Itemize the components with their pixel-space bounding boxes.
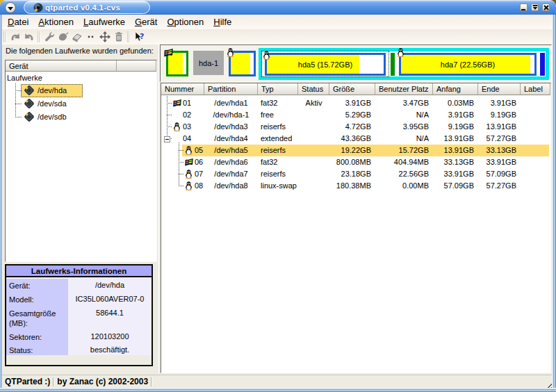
partition-row-dev-hda7[interactable]: 07/dev/hda7reiserfs23.18GB22.56GB33.91GB…: [161, 168, 550, 180]
cell-ende: 13.91GB: [478, 121, 521, 133]
cell-anfang: 13.91GB: [433, 133, 478, 145]
cell-ende: 9.19GB: [478, 109, 521, 121]
info-row-value: /dev/hda: [68, 279, 152, 293]
cell-gre: 4.72GB: [329, 121, 375, 133]
device-tree-header[interactable]: Gerät: [6, 60, 156, 72]
cell-ende: 57.09GB: [478, 168, 521, 180]
tree-item-dev-sdb[interactable]: /dev/sdb: [6, 111, 156, 124]
toolbar-wrench-button[interactable]: [42, 30, 56, 44]
cell-benutzerplatz: N/A: [375, 109, 433, 121]
cell-ende: 33.91GB: [478, 156, 521, 168]
tree-root-label: Laufwerke: [7, 74, 42, 82]
close-button[interactable]: [542, 3, 550, 11]
cell-benutzerplatz: 404.94MB: [375, 156, 433, 168]
toolbar-undo-button[interactable]: [8, 30, 22, 44]
device-tree: Gerät Laufwerke/dev/hda/dev/sda/dev/sdb: [5, 60, 157, 262]
menu-aktionen[interactable]: Aktionen: [33, 15, 79, 28]
minimize-button[interactable]: [520, 3, 528, 11]
toolbar-trash-button[interactable]: [112, 30, 126, 44]
column-header-partition[interactable]: Partition: [204, 83, 258, 95]
menu-optionen[interactable]: Optionen: [162, 15, 208, 28]
info-row: Modell:IC35L060AVER07-0: [6, 293, 152, 307]
cell-gre: 19.22GB: [329, 145, 375, 156]
cell-partition: /dev/hda1: [204, 97, 258, 109]
column-header-label[interactable]: Label: [521, 83, 550, 95]
column-header-status[interactable]: Status: [298, 83, 329, 95]
cell-benutzerplatz: 15.72GB: [375, 145, 433, 156]
info-row-value: IC35L060AVER07-0: [68, 293, 152, 307]
toolbar-eraser-button[interactable]: [70, 30, 84, 44]
minimize-icon: [521, 4, 528, 11]
cell-typ: free: [258, 109, 298, 121]
drive-info-rows: Gerät:/dev/hdaModell:IC35L060AVER07-0Ges…: [6, 279, 152, 357]
tree-root-laufwerke[interactable]: Laufwerke: [6, 73, 156, 84]
column-header-nummer[interactable]: Nummer: [161, 83, 204, 95]
toolbar-redo-button[interactable]: [22, 30, 36, 44]
menu-datei[interactable]: Datei: [3, 15, 33, 28]
tux-icon: [263, 51, 270, 60]
column-header-anfang[interactable]: Anfang: [433, 83, 478, 95]
table-branch-line: [179, 162, 184, 163]
maximize-button[interactable]: [531, 3, 539, 11]
tree-item-dev-sda[interactable]: /dev/sda: [6, 97, 156, 111]
column-header-benutzerplatz[interactable]: Benutzer Platz: [375, 83, 433, 95]
partition-block-hda5[interactable]: hda5 (15.72GB): [265, 53, 386, 76]
accel-underline: H: [213, 17, 220, 27]
statusbar: QTParted :)by Zanac (c) 2002-2003: [2, 375, 552, 388]
titlebar[interactable]: qtparted v0.4.1-cvs: [0, 0, 556, 15]
toolbar-handle[interactable]: [3, 31, 6, 42]
table-branch-line: [179, 150, 184, 151]
cell-ende: 3.91GB: [478, 97, 521, 109]
partition-row-dev-hda3[interactable]: 03/dev/hda3reiserfs4.72GB3.95GB9.19GB13.…: [161, 121, 550, 133]
toolbar-whatsthis-button[interactable]: ?: [132, 30, 146, 44]
whatsthis-icon: ?: [133, 31, 145, 43]
table-branch-line: [179, 174, 184, 174]
partition-row-dev-hda6[interactable]: 06/dev/hda6fat32800.08MB404.94MB33.13GB3…: [161, 156, 550, 168]
cell-status: [298, 168, 329, 180]
info-row-value: 120103200: [68, 330, 152, 343]
window-menu-button[interactable]: [5, 2, 16, 13]
menu-hilfe[interactable]: Hilfe: [208, 15, 236, 28]
device-tree-rows: Laufwerke/dev/hda/dev/sda/dev/sdb: [6, 72, 156, 261]
column-header-ende[interactable]: Ende: [478, 83, 521, 95]
partition-block-hda-1[interactable]: hda-1: [193, 51, 224, 75]
toolbar-dots-button[interactable]: [84, 30, 98, 44]
partition-row-dev-hda4[interactable]: 04/dev/hda4extended43.36GBN/A13.91GB57.2…: [161, 133, 550, 145]
toolbar-brush-button[interactable]: [56, 30, 70, 44]
cell-ende: 57.27GB: [478, 180, 521, 192]
tux-icon: [173, 122, 181, 131]
menu-laufwerke[interactable]: Laufwerke: [79, 15, 130, 28]
cell-anfang: 9.19GB: [433, 121, 478, 133]
partition-row-dev-hda8[interactable]: 08/dev/hda8linux-swap180.38MB0.00MB57.09…: [161, 180, 550, 192]
cell-status: Aktiv: [298, 97, 329, 109]
toolbar-handle[interactable]: [127, 31, 130, 42]
toolbar-handle[interactable]: [38, 31, 40, 42]
title-capsule: qtparted v0.4.1-cvs: [24, 1, 150, 14]
tree-item-label: /dev/hda: [38, 86, 67, 95]
partition-block-label: hda5 (15.72GB): [267, 55, 384, 74]
menu-gert[interactable]: Gerät: [130, 15, 163, 28]
partition-row-dev-hda5[interactable]: 05/dev/hda5reiserfs19.22GB15.72GB13.91GB…: [161, 145, 550, 156]
cell-partition: /dev/hda-1: [204, 109, 258, 121]
toolbar-move-button[interactable]: [98, 30, 112, 44]
header-section-empty[interactable]: [117, 60, 156, 71]
partition-row-dev-hda-1[interactable]: 02/dev/hda-1free5.29GBN/A3.91GB9.19GB: [161, 109, 550, 121]
column-header-typ[interactable]: Typ: [258, 83, 298, 95]
info-row: Gesamtgröße (MB):58644.1: [6, 307, 152, 330]
partition-number: 02: [183, 111, 191, 119]
partition-block-hda7[interactable]: hda7 (22.56GB): [399, 53, 537, 76]
cell-status: [298, 133, 329, 145]
column-header-gre[interactable]: Größe: [329, 83, 375, 95]
cell-gre: 180.38MB: [329, 180, 375, 192]
expander-minus[interactable]: [164, 136, 170, 142]
partition-block-hda8[interactable]: [540, 53, 545, 76]
cell-anfang: 57.09GB: [433, 180, 478, 192]
disk-icon: [24, 85, 35, 96]
tree-item-dev-hda[interactable]: /dev/hda: [6, 84, 156, 97]
partition-row-dev-hda1[interactable]: 01/dev/hda1fat32Aktiv3.91GB3.47GB0.03MB3…: [161, 97, 550, 109]
partition-block-hda6[interactable]: [391, 53, 395, 76]
device-tree-header-label: Gerät: [9, 62, 28, 70]
window-border-left: [0, 15, 2, 392]
close-icon: [543, 4, 550, 11]
tux-icon: [397, 48, 404, 57]
